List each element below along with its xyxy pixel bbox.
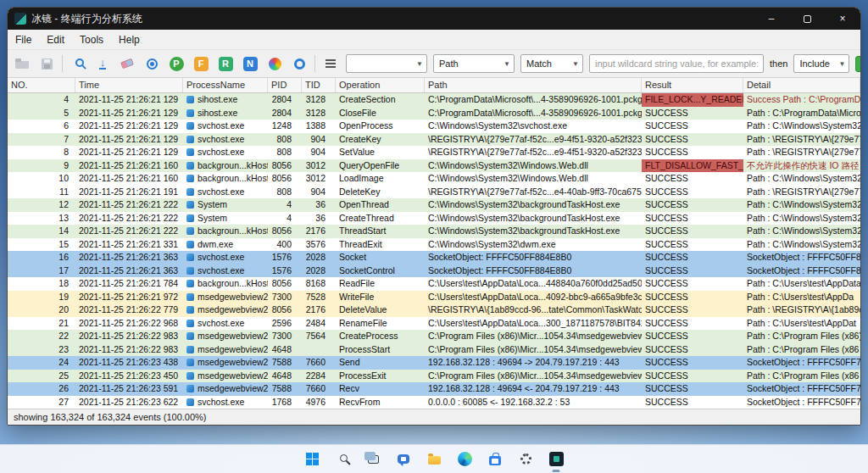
event-row[interactable]: 102021-11-25 21:26:21 160backgroun...kHo…	[8, 172, 860, 186]
toolbar-separator	[314, 55, 315, 72]
add-filter-button[interactable]: +	[855, 56, 861, 72]
view-options-button[interactable]	[321, 53, 340, 74]
color-legend-button[interactable]	[265, 53, 284, 74]
event-row[interactable]: 202021-11-25 21:26:22 779msedgewebview2.…	[8, 303, 860, 317]
cell-operation: ProcessStart	[336, 343, 425, 357]
filter-file-button[interactable]: F	[192, 53, 210, 74]
edge-button[interactable]	[451, 447, 478, 472]
cell-tid: 36	[302, 212, 336, 225]
cell-process: svchost.exe	[183, 146, 268, 159]
filter-process-button[interactable]: P	[167, 53, 186, 74]
capture-button[interactable]: ↓	[93, 53, 112, 74]
taskbar	[0, 444, 868, 473]
event-row[interactable]: 72021-11-25 21:26:21 129svchost.exe80890…	[8, 133, 860, 147]
column-header-path[interactable]: Path	[425, 78, 642, 92]
cell-result: SUCCESS	[642, 303, 743, 317]
cell-path: C:\Windows\System32\dwm.exe	[425, 238, 642, 252]
cell-pid: 2804	[268, 93, 302, 107]
process-icon	[186, 227, 194, 235]
event-row[interactable]: 252021-11-25 21:26:23 450msedgewebview2.…	[8, 370, 860, 383]
settings-button[interactable]	[512, 447, 539, 472]
event-row[interactable]: 172021-11-25 21:26:21 363svchost.exe1576…	[8, 264, 860, 278]
filter-field-select[interactable]: Path ▼	[433, 54, 515, 73]
column-header-pid[interactable]: PID	[268, 78, 302, 92]
event-row[interactable]: 152021-11-25 21:26:21 331dwm.exe4003576T…	[8, 238, 860, 252]
process-icon	[186, 109, 194, 117]
event-row[interactable]: 162021-11-25 21:26:21 363svchost.exe1576…	[8, 251, 860, 264]
table-body: 42021-11-25 21:26:21 129sihost.exe280431…	[8, 93, 860, 409]
column-header-time[interactable]: Time	[75, 78, 183, 92]
filter-match-select[interactable]: Match ▼	[520, 54, 583, 73]
task-view-button[interactable]	[359, 447, 387, 472]
event-row[interactable]: 222021-11-25 21:26:22 983msedgewebview2.…	[8, 330, 860, 343]
menu-help[interactable]: Help	[111, 31, 147, 48]
cell-no: 18	[8, 277, 75, 291]
event-row[interactable]: 262021-11-25 21:26:23 591msedgewebview2.…	[8, 382, 860, 396]
cell-time: 2021-11-25 21:26:21 972	[75, 291, 183, 304]
open-button[interactable]	[13, 53, 31, 74]
column-header-result[interactable]: Result	[642, 78, 743, 92]
file-explorer-button[interactable]	[420, 447, 448, 472]
column-header-no[interactable]: NO.	[8, 78, 75, 92]
store-button[interactable]	[481, 447, 509, 472]
start-button[interactable]	[298, 447, 326, 472]
column-header-tid[interactable]: TID	[302, 78, 336, 92]
filter-registry-button[interactable]: R	[216, 53, 235, 74]
chat-button[interactable]	[390, 447, 417, 472]
search-events-button[interactable]	[69, 53, 87, 74]
filter-network-button[interactable]: N	[241, 53, 259, 74]
event-row[interactable]: 272021-11-25 21:26:23 622svchost.exe1768…	[8, 396, 860, 409]
cell-time: 2021-11-25 21:26:22 779	[75, 303, 183, 317]
filter-value-input[interactable]	[589, 54, 764, 73]
column-header-detail[interactable]: Detail	[743, 78, 860, 92]
cell-result: SUCCESS	[642, 225, 743, 238]
event-row[interactable]: 242021-11-25 21:26:23 438msedgewebview2.…	[8, 356, 860, 370]
event-row[interactable]: 192021-11-25 21:26:21 972msedgewebview2.…	[8, 291, 860, 304]
cell-result: SUCCESS	[642, 251, 743, 264]
cell-process: sihost.exe	[183, 107, 268, 120]
cell-tid: 2284	[302, 370, 336, 383]
taskbar-search-button[interactable]	[329, 447, 356, 472]
cell-time: 2021-11-25 21:26:22 983	[75, 343, 183, 357]
status-bar: showing 163,324 of 163,324 events (100.0…	[8, 409, 860, 425]
cell-detail: Path : \REGISTRY\A\{279e77	[743, 146, 860, 159]
monitor-button[interactable]	[142, 53, 161, 74]
cell-time: 2021-11-25 21:26:21 160	[75, 159, 183, 173]
menu-tools[interactable]: Tools	[72, 31, 111, 48]
event-row[interactable]: 122021-11-25 21:26:21 222System436OpenTh…	[8, 198, 860, 212]
event-row[interactable]: 82021-11-25 21:26:21 129svchost.exe80890…	[8, 146, 860, 159]
filter-action-select[interactable]: Include ▼	[793, 54, 849, 73]
process-icon	[186, 253, 194, 261]
edge-icon	[458, 452, 472, 466]
filter-match-value: Match	[526, 58, 552, 69]
event-row[interactable]: 132021-11-25 21:26:21 222System436Create…	[8, 212, 860, 225]
cell-pid: 1576	[268, 264, 302, 278]
event-row[interactable]: 52021-11-25 21:26:21 129sihost.exe280431…	[8, 107, 860, 120]
bingjing-app-button[interactable]	[542, 447, 570, 472]
column-header-operation[interactable]: Operation	[336, 78, 425, 92]
cell-tid: 904	[302, 186, 336, 199]
menu-file[interactable]: File	[8, 31, 39, 48]
event-row[interactable]: 42021-11-25 21:26:21 129sihost.exe280431…	[8, 93, 860, 107]
close-button[interactable]: ×	[825, 8, 860, 30]
minimize-button[interactable]: –	[754, 8, 789, 30]
target-icon	[294, 58, 305, 70]
event-row[interactable]: 62021-11-25 21:26:21 129svchost.exe12481…	[8, 120, 860, 133]
save-button[interactable]	[37, 53, 56, 74]
event-row[interactable]: 182021-11-25 21:26:21 784backgroun...kHo…	[8, 277, 860, 291]
cell-result: SUCCESS	[642, 186, 743, 199]
cell-tid: 8168	[302, 277, 336, 291]
event-row[interactable]: 142021-11-25 21:26:21 222backgroun...kHo…	[8, 225, 860, 238]
event-row[interactable]: 112021-11-25 21:26:21 191svchost.exe8089…	[8, 186, 860, 199]
clear-events-button[interactable]	[118, 53, 136, 74]
scope-button[interactable]	[290, 53, 309, 74]
view-select[interactable]: ▼	[346, 54, 427, 73]
event-row[interactable]: 212021-11-25 21:26:22 968svchost.exe2596…	[8, 317, 860, 331]
event-row[interactable]: 92021-11-25 21:26:21 160backgroun...kHos…	[8, 159, 860, 173]
column-header-processname[interactable]: ProcessName	[183, 78, 268, 92]
menu-edit[interactable]: Edit	[39, 31, 72, 48]
cell-result: SUCCESS	[642, 198, 743, 212]
event-row[interactable]: 232021-11-25 21:26:22 983msedgewebview2.…	[8, 343, 860, 357]
cell-no: 13	[8, 212, 75, 225]
maximize-button[interactable]	[789, 8, 825, 30]
